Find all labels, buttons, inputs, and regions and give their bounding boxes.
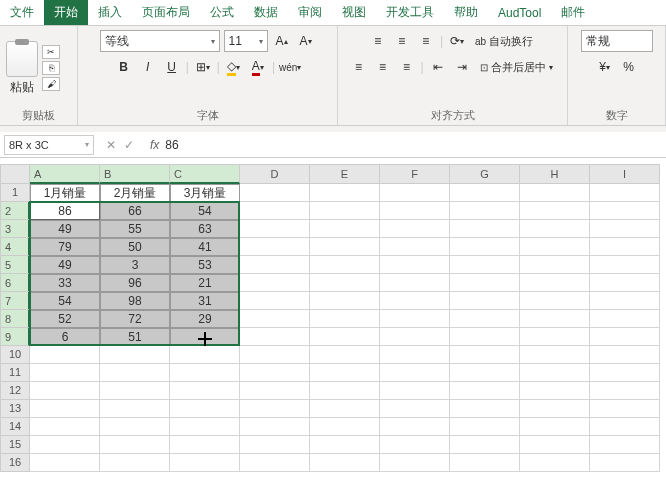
cell-C10[interactable] [170, 346, 240, 364]
cell-F7[interactable] [380, 292, 450, 310]
increase-indent-button[interactable]: ⇥ [452, 56, 472, 78]
cell-D5[interactable] [240, 256, 310, 274]
cell-G6[interactable] [450, 274, 520, 292]
row-header-14[interactable]: 14 [0, 418, 30, 436]
cell-E6[interactable] [310, 274, 380, 292]
cell-B1[interactable]: 2月销量 [100, 184, 170, 202]
increase-font-button[interactable]: A▴ [272, 30, 292, 52]
cell-A7[interactable]: 54 [30, 292, 100, 310]
cell-E2[interactable] [310, 202, 380, 220]
cell-A3[interactable]: 49 [30, 220, 100, 238]
copy-button[interactable]: ⎘ [42, 61, 60, 75]
cell-F6[interactable] [380, 274, 450, 292]
cell-B9[interactable]: 51 [100, 328, 170, 346]
cell-I4[interactable] [590, 238, 660, 256]
cell-A11[interactable] [30, 364, 100, 382]
cell-H9[interactable] [520, 328, 590, 346]
cell-E13[interactable] [310, 400, 380, 418]
cell-F5[interactable] [380, 256, 450, 274]
phonetic-button[interactable]: wén▾ [279, 56, 301, 78]
cell-E12[interactable] [310, 382, 380, 400]
cell-C16[interactable] [170, 454, 240, 472]
cell-B6[interactable]: 96 [100, 274, 170, 292]
cell-H5[interactable] [520, 256, 590, 274]
cell-B3[interactable]: 55 [100, 220, 170, 238]
row-header-16[interactable]: 16 [0, 454, 30, 472]
cell-D6[interactable] [240, 274, 310, 292]
cell-G11[interactable] [450, 364, 520, 382]
row-header-3[interactable]: 3 [0, 220, 30, 238]
cell-C5[interactable]: 53 [170, 256, 240, 274]
align-middle-button[interactable]: ≡ [392, 30, 412, 52]
row-header-7[interactable]: 7 [0, 292, 30, 310]
col-header-C[interactable]: C [170, 164, 240, 184]
cell-B4[interactable]: 50 [100, 238, 170, 256]
border-button[interactable]: ⊞▾ [193, 56, 213, 78]
italic-button[interactable]: I [138, 56, 158, 78]
tab-1[interactable]: 开始 [44, 0, 88, 25]
cell-E14[interactable] [310, 418, 380, 436]
cell-B13[interactable] [100, 400, 170, 418]
align-bottom-button[interactable]: ≡ [416, 30, 436, 52]
decrease-indent-button[interactable]: ⇤ [428, 56, 448, 78]
currency-button[interactable]: ¥▾ [595, 56, 615, 78]
row-header-9[interactable]: 9 [0, 328, 30, 346]
cell-G13[interactable] [450, 400, 520, 418]
cell-D10[interactable] [240, 346, 310, 364]
cell-H14[interactable] [520, 418, 590, 436]
tab-5[interactable]: 数据 [244, 0, 288, 25]
tab-8[interactable]: 开发工具 [376, 0, 444, 25]
cell-F1[interactable] [380, 184, 450, 202]
cell-I7[interactable] [590, 292, 660, 310]
cell-I9[interactable] [590, 328, 660, 346]
cell-D16[interactable] [240, 454, 310, 472]
row-header-13[interactable]: 13 [0, 400, 30, 418]
cell-I15[interactable] [590, 436, 660, 454]
cell-E1[interactable] [310, 184, 380, 202]
decrease-font-button[interactable]: A▾ [296, 30, 316, 52]
orientation-button[interactable]: ⟳▾ [447, 30, 467, 52]
cell-C2[interactable]: 54 [170, 202, 240, 220]
cell-G3[interactable] [450, 220, 520, 238]
cell-G9[interactable] [450, 328, 520, 346]
select-all-corner[interactable] [0, 164, 30, 184]
cell-C4[interactable]: 41 [170, 238, 240, 256]
tab-0[interactable]: 文件 [0, 0, 44, 25]
cell-C12[interactable] [170, 382, 240, 400]
cell-D8[interactable] [240, 310, 310, 328]
cell-H7[interactable] [520, 292, 590, 310]
cell-D3[interactable] [240, 220, 310, 238]
cell-H3[interactable] [520, 220, 590, 238]
col-header-H[interactable]: H [520, 164, 590, 184]
cell-A10[interactable] [30, 346, 100, 364]
cell-A14[interactable] [30, 418, 100, 436]
enter-icon[interactable]: ✓ [124, 138, 134, 152]
row-header-12[interactable]: 12 [0, 382, 30, 400]
cell-F11[interactable] [380, 364, 450, 382]
cell-I3[interactable] [590, 220, 660, 238]
cell-B8[interactable]: 72 [100, 310, 170, 328]
cell-I6[interactable] [590, 274, 660, 292]
align-center-button[interactable]: ≡ [372, 56, 392, 78]
align-top-button[interactable]: ≡ [368, 30, 388, 52]
cell-F4[interactable] [380, 238, 450, 256]
cell-I1[interactable] [590, 184, 660, 202]
cell-H1[interactable] [520, 184, 590, 202]
col-header-E[interactable]: E [310, 164, 380, 184]
spreadsheet-grid[interactable]: ABCDEFGHI11月销量2月销量3月销量286665434955634795… [0, 164, 666, 472]
row-header-1[interactable]: 1 [0, 184, 30, 202]
cell-C14[interactable] [170, 418, 240, 436]
cell-I10[interactable] [590, 346, 660, 364]
merge-center-button[interactable]: ⊡合并后居中▾ [476, 56, 557, 78]
cell-H8[interactable] [520, 310, 590, 328]
align-left-button[interactable]: ≡ [348, 56, 368, 78]
cell-I11[interactable] [590, 364, 660, 382]
cell-C6[interactable]: 21 [170, 274, 240, 292]
cell-D1[interactable] [240, 184, 310, 202]
underline-button[interactable]: U [162, 56, 182, 78]
row-header-11[interactable]: 11 [0, 364, 30, 382]
wrap-text-button[interactable]: ab自动换行 [471, 30, 537, 52]
cell-B7[interactable]: 98 [100, 292, 170, 310]
font-color-button[interactable]: A▾ [248, 56, 268, 78]
cell-D14[interactable] [240, 418, 310, 436]
